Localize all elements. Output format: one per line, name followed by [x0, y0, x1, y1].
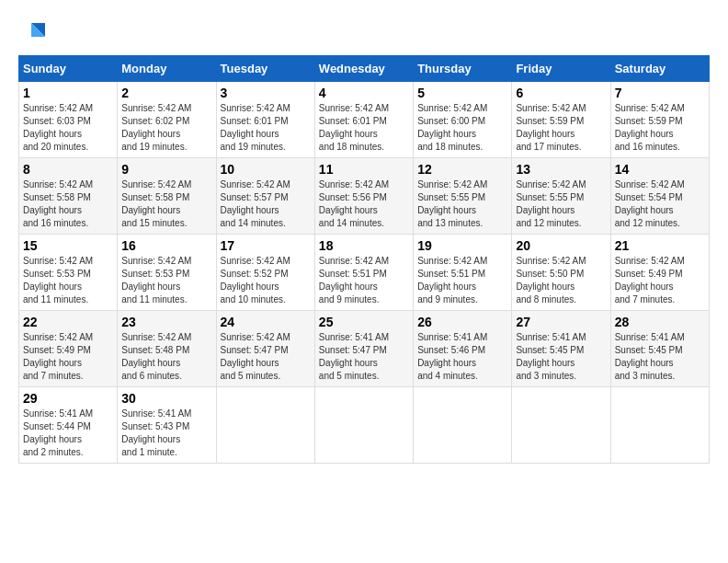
col-friday: Friday: [512, 56, 610, 82]
col-wednesday: Wednesday: [314, 56, 413, 82]
day-number: 21: [615, 238, 705, 253]
day-info: Sunrise: 5:42 AM Sunset: 5:55 PM Dayligh…: [516, 178, 606, 230]
day-info: Sunrise: 5:42 AM Sunset: 5:55 PM Dayligh…: [417, 178, 507, 230]
day-number: 10: [221, 162, 311, 177]
calendar-cell: 24 Sunrise: 5:42 AM Sunset: 5:47 PM Dayl…: [216, 311, 314, 387]
day-number: 16: [121, 238, 211, 253]
day-info: Sunrise: 5:42 AM Sunset: 5:56 PM Dayligh…: [319, 178, 409, 230]
day-info: Sunrise: 5:42 AM Sunset: 6:00 PM Dayligh…: [417, 102, 507, 154]
day-number: 7: [615, 86, 705, 100]
day-info: Sunrise: 5:41 AM Sunset: 5:43 PM Dayligh…: [121, 408, 211, 459]
day-number: 30: [121, 391, 211, 406]
calendar-week-row: 8 Sunrise: 5:42 AM Sunset: 5:58 PM Dayli…: [19, 158, 710, 235]
day-number: 2: [121, 86, 211, 100]
logo: [18, 18, 50, 46]
day-number: 28: [615, 315, 705, 329]
calendar-cell: [414, 387, 512, 464]
calendar-cell: 28 Sunrise: 5:41 AM Sunset: 5:45 PM Dayl…: [610, 311, 709, 387]
day-number: 24: [221, 315, 311, 329]
day-info: Sunrise: 5:42 AM Sunset: 5:58 PM Dayligh…: [23, 178, 113, 230]
day-number: 4: [319, 86, 409, 100]
day-info: Sunrise: 5:42 AM Sunset: 5:49 PM Dayligh…: [615, 255, 705, 306]
calendar-cell: 19 Sunrise: 5:42 AM Sunset: 5:51 PM Dayl…: [414, 235, 512, 311]
calendar-cell: [314, 387, 413, 464]
calendar-cell: 26 Sunrise: 5:41 AM Sunset: 5:46 PM Dayl…: [414, 311, 512, 387]
day-info: Sunrise: 5:42 AM Sunset: 6:01 PM Dayligh…: [319, 102, 409, 154]
day-info: Sunrise: 5:42 AM Sunset: 5:54 PM Dayligh…: [615, 178, 705, 230]
page-header: [18, 18, 710, 46]
day-number: 26: [417, 315, 507, 329]
day-info: Sunrise: 5:41 AM Sunset: 5:46 PM Dayligh…: [417, 331, 507, 383]
calendar-cell: 20 Sunrise: 5:42 AM Sunset: 5:50 PM Dayl…: [512, 235, 610, 311]
day-number: 27: [516, 315, 606, 329]
day-info: Sunrise: 5:42 AM Sunset: 6:02 PM Dayligh…: [121, 102, 211, 154]
day-info: Sunrise: 5:42 AM Sunset: 5:59 PM Dayligh…: [516, 102, 606, 154]
calendar-cell: 16 Sunrise: 5:42 AM Sunset: 5:53 PM Dayl…: [118, 235, 216, 311]
day-info: Sunrise: 5:42 AM Sunset: 5:59 PM Dayligh…: [615, 102, 705, 154]
calendar-cell: 5 Sunrise: 5:42 AM Sunset: 6:00 PM Dayli…: [414, 82, 512, 158]
calendar-cell: 21 Sunrise: 5:42 AM Sunset: 5:49 PM Dayl…: [610, 235, 709, 311]
calendar-cell: 25 Sunrise: 5:41 AM Sunset: 5:47 PM Dayl…: [314, 311, 413, 387]
calendar-cell: 22 Sunrise: 5:42 AM Sunset: 5:49 PM Dayl…: [19, 311, 118, 387]
day-info: Sunrise: 5:42 AM Sunset: 6:03 PM Dayligh…: [23, 102, 113, 154]
col-monday: Monday: [118, 56, 216, 82]
day-info: Sunrise: 5:42 AM Sunset: 5:48 PM Dayligh…: [121, 331, 211, 383]
day-info: Sunrise: 5:42 AM Sunset: 6:01 PM Dayligh…: [221, 102, 311, 154]
calendar-cell: [512, 387, 610, 464]
header-row: Sunday Monday Tuesday Wednesday Thursday…: [19, 56, 710, 82]
day-number: 1: [23, 86, 113, 100]
calendar-cell: 8 Sunrise: 5:42 AM Sunset: 5:58 PM Dayli…: [19, 158, 118, 235]
calendar-cell: 9 Sunrise: 5:42 AM Sunset: 5:58 PM Dayli…: [118, 158, 216, 235]
calendar-cell: 1 Sunrise: 5:42 AM Sunset: 6:03 PM Dayli…: [19, 82, 118, 158]
col-saturday: Saturday: [610, 56, 709, 82]
calendar-cell: 2 Sunrise: 5:42 AM Sunset: 6:02 PM Dayli…: [118, 82, 216, 158]
calendar-cell: 17 Sunrise: 5:42 AM Sunset: 5:52 PM Dayl…: [216, 235, 314, 311]
day-info: Sunrise: 5:42 AM Sunset: 5:58 PM Dayligh…: [121, 178, 211, 230]
col-sunday: Sunday: [19, 56, 118, 82]
day-info: Sunrise: 5:41 AM Sunset: 5:44 PM Dayligh…: [23, 408, 113, 459]
day-info: Sunrise: 5:42 AM Sunset: 5:49 PM Dayligh…: [23, 331, 113, 383]
day-number: 9: [121, 162, 211, 177]
day-number: 11: [319, 162, 409, 177]
day-info: Sunrise: 5:42 AM Sunset: 5:52 PM Dayligh…: [221, 255, 311, 306]
col-tuesday: Tuesday: [216, 56, 314, 82]
calendar-week-row: 29 Sunrise: 5:41 AM Sunset: 5:44 PM Dayl…: [19, 387, 710, 464]
calendar-cell: 14 Sunrise: 5:42 AM Sunset: 5:54 PM Dayl…: [610, 158, 709, 235]
calendar-cell: 13 Sunrise: 5:42 AM Sunset: 5:55 PM Dayl…: [512, 158, 610, 235]
calendar-week-row: 15 Sunrise: 5:42 AM Sunset: 5:53 PM Dayl…: [19, 235, 710, 311]
day-number: 8: [23, 162, 113, 177]
day-number: 29: [23, 391, 113, 406]
day-number: 20: [516, 238, 606, 253]
calendar-cell: 18 Sunrise: 5:42 AM Sunset: 5:51 PM Dayl…: [314, 235, 413, 311]
day-number: 14: [615, 162, 705, 177]
calendar-cell: 29 Sunrise: 5:41 AM Sunset: 5:44 PM Dayl…: [19, 387, 118, 464]
day-number: 23: [121, 315, 211, 329]
day-number: 18: [319, 238, 409, 253]
day-number: 15: [23, 238, 113, 253]
day-number: 3: [221, 86, 311, 100]
col-thursday: Thursday: [414, 56, 512, 82]
day-number: 13: [516, 162, 606, 177]
calendar-cell: 27 Sunrise: 5:41 AM Sunset: 5:45 PM Dayl…: [512, 311, 610, 387]
day-number: 17: [221, 238, 311, 253]
day-info: Sunrise: 5:42 AM Sunset: 5:47 PM Dayligh…: [221, 331, 311, 383]
calendar-cell: 30 Sunrise: 5:41 AM Sunset: 5:43 PM Dayl…: [118, 387, 216, 464]
day-number: 12: [417, 162, 507, 177]
day-info: Sunrise: 5:42 AM Sunset: 5:50 PM Dayligh…: [516, 255, 606, 306]
day-number: 5: [417, 86, 507, 100]
calendar-cell: 10 Sunrise: 5:42 AM Sunset: 5:57 PM Dayl…: [216, 158, 314, 235]
calendar-cell: 11 Sunrise: 5:42 AM Sunset: 5:56 PM Dayl…: [314, 158, 413, 235]
calendar-cell: 3 Sunrise: 5:42 AM Sunset: 6:01 PM Dayli…: [216, 82, 314, 158]
logo-icon: [22, 18, 50, 46]
day-info: Sunrise: 5:42 AM Sunset: 5:51 PM Dayligh…: [417, 255, 507, 306]
day-number: 22: [23, 315, 113, 329]
calendar-cell: 7 Sunrise: 5:42 AM Sunset: 5:59 PM Dayli…: [610, 82, 709, 158]
day-info: Sunrise: 5:42 AM Sunset: 5:53 PM Dayligh…: [23, 255, 113, 306]
calendar-week-row: 1 Sunrise: 5:42 AM Sunset: 6:03 PM Dayli…: [19, 82, 710, 158]
day-number: 19: [417, 238, 507, 253]
day-info: Sunrise: 5:41 AM Sunset: 5:47 PM Dayligh…: [319, 331, 409, 383]
day-info: Sunrise: 5:42 AM Sunset: 5:53 PM Dayligh…: [121, 255, 211, 306]
day-info: Sunrise: 5:42 AM Sunset: 5:51 PM Dayligh…: [319, 255, 409, 306]
day-number: 25: [319, 315, 409, 329]
calendar-cell: [216, 387, 314, 464]
